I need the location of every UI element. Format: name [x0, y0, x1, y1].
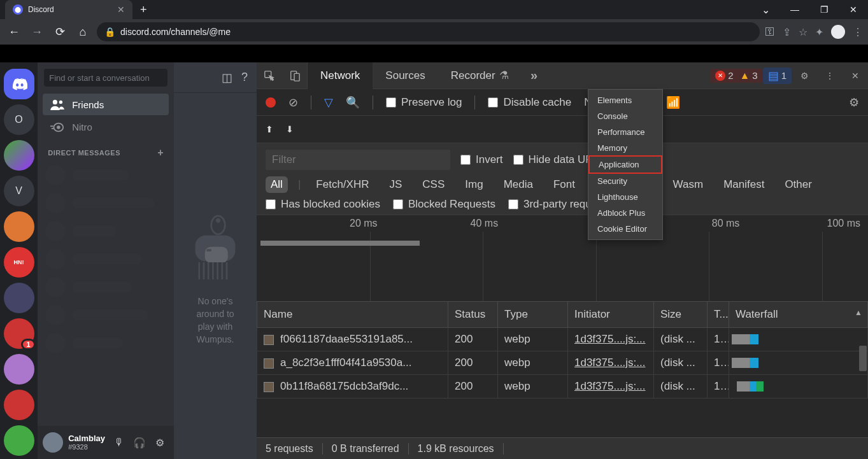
- search-icon[interactable]: 🔍: [346, 95, 360, 109]
- menu-item-application[interactable]: Application: [588, 155, 662, 174]
- add-dm-button[interactable]: +: [157, 147, 164, 159]
- server-item[interactable]: 1: [4, 318, 34, 349]
- menu-item-console[interactable]: Console: [588, 108, 662, 124]
- key-icon[interactable]: ⚿: [765, 26, 775, 38]
- settings-icon[interactable]: ⚙: [151, 434, 169, 451]
- help-icon[interactable]: ?: [241, 71, 248, 84]
- tabs-overflow-icon[interactable]: »: [522, 62, 547, 89]
- address-bar[interactable]: 🔒 discord.com/channels/@me: [97, 22, 760, 41]
- filter-input[interactable]: [266, 150, 450, 170]
- back-button[interactable]: ←: [5, 25, 23, 39]
- menu-item-elements[interactable]: Elements: [588, 92, 662, 108]
- forward-button[interactable]: →: [28, 25, 46, 39]
- filter-css[interactable]: CSS: [417, 176, 450, 193]
- server-home[interactable]: [4, 69, 34, 99]
- server-item[interactable]: [4, 283, 34, 313]
- server-item[interactable]: V: [4, 176, 34, 206]
- message-count[interactable]: ▤1: [768, 69, 786, 83]
- filter-font[interactable]: Font: [548, 176, 580, 193]
- menu-item-lighthouse[interactable]: Lighthouse: [588, 189, 662, 205]
- network-conditions-icon[interactable]: 📶: [666, 95, 680, 109]
- server-item[interactable]: [4, 140, 34, 171]
- friends-button[interactable]: Friends: [43, 94, 169, 115]
- tab-dropdown-icon[interactable]: ⌄: [751, 0, 780, 19]
- menu-item-memory[interactable]: Memory: [588, 140, 662, 156]
- col-name[interactable]: Name: [257, 302, 448, 328]
- network-settings-icon[interactable]: ⚙: [849, 95, 859, 109]
- deafen-icon[interactable]: 🎧: [131, 434, 148, 451]
- warning-count[interactable]: ▲3: [739, 70, 757, 81]
- disable-cache-checkbox[interactable]: Disable cache: [488, 96, 571, 109]
- menu-icon[interactable]: ⋮: [853, 26, 863, 38]
- filter-img[interactable]: Img: [460, 176, 488, 193]
- close-window-button[interactable]: ✕: [839, 0, 868, 19]
- col-status[interactable]: Status: [448, 302, 498, 328]
- blocked-requests-checkbox[interactable]: Blocked Requests: [393, 198, 495, 211]
- error-count[interactable]: ✕2: [715, 70, 733, 81]
- new-tab-button[interactable]: +: [140, 3, 147, 17]
- share-icon[interactable]: ⇪: [783, 26, 791, 38]
- col-initiator[interactable]: Initiator: [568, 302, 654, 328]
- devtools-settings-icon[interactable]: ⚙: [792, 62, 817, 89]
- invert-checkbox[interactable]: Invert: [460, 153, 503, 166]
- close-tab-icon[interactable]: ✕: [117, 4, 125, 15]
- server-item[interactable]: [4, 211, 34, 242]
- filter-wasm[interactable]: Wasm: [668, 176, 709, 193]
- home-button[interactable]: ⌂: [74, 25, 92, 39]
- table-row[interactable]: a_8c2f3e1fff04f41a9530a... 200 webp 1d3f…: [257, 351, 868, 375]
- blocked-cookies-checkbox[interactable]: Has blocked cookies: [266, 198, 380, 211]
- filter-fetch[interactable]: Fetch/XHR: [311, 176, 374, 193]
- preserve-log-checkbox[interactable]: Preserve log: [386, 96, 462, 109]
- devtools-close-icon[interactable]: ✕: [843, 62, 868, 89]
- extensions-icon[interactable]: ✦: [815, 26, 823, 38]
- server-item[interactable]: [4, 425, 34, 456]
- initiator-link[interactable]: 1d3f375....js:...: [574, 357, 646, 369]
- server-item[interactable]: HN!: [4, 247, 34, 278]
- menu-item-adblock[interactable]: Adblock Plus: [588, 205, 662, 221]
- clear-icon[interactable]: ⊘: [288, 95, 298, 109]
- svg-rect-10: [207, 249, 211, 251]
- minimize-button[interactable]: ―: [780, 0, 809, 19]
- server-item[interactable]: [4, 390, 34, 420]
- table-row[interactable]: f0661187daae553191a85... 200 webp 1d3f37…: [257, 328, 868, 351]
- initiator-link[interactable]: 1d3f375....js:...: [574, 380, 646, 392]
- maximize-button[interactable]: ❐: [809, 0, 839, 19]
- network-timeline[interactable]: 20 ms 40 ms 60 ms 80 ms 100 ms: [257, 215, 868, 301]
- filter-manifest[interactable]: Manifest: [718, 176, 769, 193]
- server-item[interactable]: [4, 354, 34, 385]
- user-avatar[interactable]: [43, 432, 63, 453]
- col-type[interactable]: Type: [498, 302, 568, 328]
- col-size[interactable]: Size: [654, 302, 708, 328]
- devtools-menu-icon[interactable]: ⋮: [817, 62, 843, 89]
- dm-search-input[interactable]: Find or start a conversation: [44, 69, 167, 87]
- inbox-icon[interactable]: ◫: [222, 71, 232, 85]
- nitro-button[interactable]: Nitro: [43, 117, 169, 138]
- reload-button[interactable]: ⟳: [51, 25, 69, 39]
- record-button[interactable]: [266, 97, 276, 108]
- filter-all[interactable]: All: [266, 176, 288, 193]
- bookmark-icon[interactable]: ☆: [799, 26, 808, 38]
- filter-other[interactable]: Other: [779, 176, 817, 193]
- filter-js[interactable]: JS: [384, 176, 407, 193]
- profile-avatar[interactable]: [831, 25, 845, 39]
- device-toggle-icon[interactable]: [282, 62, 308, 89]
- initiator-link[interactable]: 1d3f375....js:...: [574, 333, 646, 345]
- server-item[interactable]: O: [4, 104, 34, 135]
- tab-sources[interactable]: Sources: [373, 62, 438, 89]
- table-row[interactable]: 0b11f8a68175dcb3af9dc... 200 webp 1d3f37…: [257, 375, 868, 399]
- tab-network[interactable]: Network: [308, 62, 373, 89]
- col-waterfall[interactable]: Waterfall▲: [729, 302, 868, 328]
- col-time[interactable]: T...: [708, 302, 729, 328]
- menu-item-cookie-editor[interactable]: Cookie Editor: [588, 221, 662, 237]
- import-har-icon[interactable]: ⬆: [266, 124, 273, 134]
- filter-media[interactable]: Media: [499, 176, 538, 193]
- inspect-icon[interactable]: [257, 62, 282, 89]
- export-har-icon[interactable]: ⬇: [286, 124, 294, 134]
- menu-item-performance[interactable]: Performance: [588, 124, 662, 140]
- menu-item-security[interactable]: Security: [588, 173, 662, 189]
- mute-icon[interactable]: 🎙: [110, 434, 128, 451]
- filter-toggle-icon[interactable]: ▽: [324, 95, 333, 109]
- browser-tab[interactable]: ⬤ Discord ✕: [5, 0, 132, 19]
- tab-recorder[interactable]: Recorder⚗: [438, 62, 522, 89]
- scrollbar-thumb[interactable]: [859, 346, 867, 371]
